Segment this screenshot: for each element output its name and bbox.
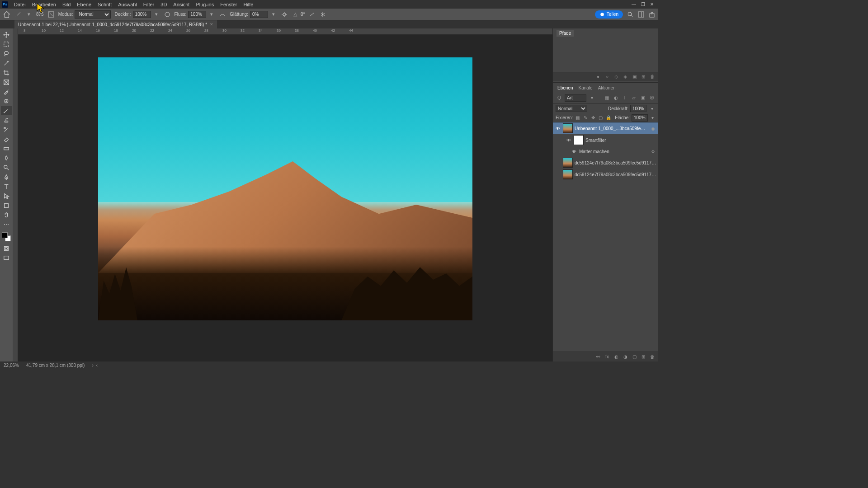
layer-filter-input[interactable] (565, 94, 586, 102)
layer-thumbnail[interactable] (563, 169, 573, 179)
screenmode-tool[interactable] (1, 253, 12, 263)
filter-name[interactable]: Matter machen (579, 149, 647, 154)
selection-path-icon[interactable]: ◇ (613, 74, 619, 80)
filter-type-icon[interactable]: T (621, 94, 628, 102)
document-dimensions[interactable]: 41,79 cm x 28,1 cm (300 ppi) (26, 363, 85, 368)
filter-dropdown-icon[interactable]: ▾ (588, 94, 595, 102)
visibility-icon[interactable]: 👁 (571, 148, 577, 155)
shape-tool[interactable] (1, 201, 12, 210)
hand-tool[interactable] (1, 211, 12, 220)
wand-tool[interactable] (1, 59, 12, 68)
visibility-icon[interactable]: 👁 (555, 125, 561, 131)
opacity-dropdown-icon[interactable]: ▾ (153, 11, 160, 18)
close-button[interactable]: ✕ (647, 1, 656, 8)
delete-path-icon[interactable]: 🗑 (649, 74, 656, 80)
status-chevron[interactable]: › (92, 363, 93, 368)
menu-schrift[interactable]: Schrift (94, 1, 115, 8)
menu-bild[interactable]: Bild (59, 1, 74, 8)
home-button[interactable] (3, 10, 11, 19)
layer-opacity-dropdown[interactable]: ▾ (648, 105, 656, 112)
canvas-viewport[interactable] (18, 35, 552, 361)
filter-shape-icon[interactable]: ▱ (630, 94, 637, 102)
maximize-button[interactable]: ❐ (638, 1, 647, 8)
delete-layer-icon[interactable]: 🗑 (649, 354, 656, 360)
adjustment-icon[interactable]: ◑ (622, 354, 628, 360)
filter-image-icon[interactable]: ▦ (603, 94, 610, 102)
lock-position-icon[interactable]: ✥ (590, 114, 596, 122)
type-tool[interactable] (1, 182, 12, 191)
foreground-color[interactable] (2, 232, 8, 238)
new-layer-icon[interactable]: ⊞ (640, 354, 646, 360)
pressure-opacity-icon[interactable] (164, 11, 171, 18)
filter-options-icon[interactable]: ⚙ (649, 148, 656, 155)
layer-name[interactable]: Unbenannt-1_0000_...3bca509fec5d9117 (575, 126, 647, 131)
fx-icon[interactable]: fx (604, 354, 610, 360)
layer-name[interactable]: dc59124e7f79a08c3bca509fec5d9117 Kopie 2 (575, 172, 656, 177)
eyedropper-tool[interactable] (1, 87, 12, 96)
layers-tab[interactable]: Ebenen (555, 84, 576, 92)
layer-opacity-input[interactable] (630, 105, 646, 112)
more-tools[interactable]: ⋯ (1, 220, 12, 229)
menu-auswahl[interactable]: Auswahl (115, 1, 140, 8)
artboard[interactable] (98, 57, 472, 320)
smoothing-dropdown-icon[interactable]: ▾ (270, 11, 277, 18)
menu-3d[interactable]: 3D (157, 1, 170, 8)
eraser-tool[interactable] (1, 135, 12, 144)
lasso-tool[interactable] (1, 49, 12, 58)
menu-filter[interactable]: Filter (140, 1, 157, 8)
mask-path-icon[interactable]: ◈ (622, 74, 628, 80)
flow-input[interactable] (188, 11, 206, 18)
menu-plugins[interactable]: Plug-ins (193, 1, 217, 8)
layer-thumbnail[interactable] (563, 123, 573, 133)
brush-tool-icon[interactable] (14, 11, 22, 18)
symmetry-icon[interactable] (319, 11, 326, 18)
quickmask-tool[interactable] (1, 244, 12, 253)
marquee-tool[interactable] (1, 40, 12, 49)
flow-dropdown-icon[interactable]: ▾ (208, 11, 215, 18)
color-swatches[interactable] (2, 232, 11, 241)
smartfilter-row[interactable]: 👁 Smartfilter (553, 134, 658, 146)
path-select-tool[interactable] (1, 192, 12, 201)
layer-thumbnail[interactable] (563, 158, 573, 168)
paths-tab[interactable]: Pfade (557, 30, 574, 37)
lock-transparency-icon[interactable]: ▦ (575, 114, 580, 122)
layer-blend-select[interactable]: Normal (556, 105, 587, 112)
visibility-icon[interactable]: 👁 (566, 137, 572, 143)
layer-row[interactable]: dc59124e7f79a08c3bca509fec5d9117 Kopie 3 (553, 157, 658, 169)
layer-row[interactable]: 👁 Unbenannt-1_0000_...3bca509fec5d9117 ◉ (553, 122, 658, 134)
group-icon[interactable]: ▢ (631, 354, 637, 360)
history-brush-tool[interactable] (1, 125, 12, 134)
actions-tab[interactable]: Aktionen (595, 84, 618, 92)
mask-icon[interactable]: ◐ (613, 354, 619, 360)
menu-fenster[interactable]: Fenster (217, 1, 240, 8)
gradient-tool[interactable] (1, 144, 12, 153)
share-button[interactable]: Teilen (595, 10, 623, 19)
blur-tool[interactable] (1, 154, 12, 163)
visibility-icon[interactable] (555, 171, 561, 178)
minimize-button[interactable]: — (629, 1, 638, 8)
export-icon[interactable] (648, 11, 656, 18)
stamp-tool[interactable] (1, 116, 12, 125)
airbrush-icon[interactable] (219, 11, 226, 18)
search-icon[interactable] (627, 11, 634, 18)
workspace-icon[interactable] (637, 11, 645, 18)
add-path-icon[interactable]: ⊞ (640, 74, 646, 80)
lock-all-icon[interactable]: 🔒 (605, 114, 611, 122)
layer-name[interactable]: dc59124e7f79a08c3bca509fec5d9117 Kopie 3 (575, 160, 656, 165)
filter-smart-icon[interactable]: ▣ (639, 94, 646, 102)
pen-tool[interactable] (1, 173, 12, 182)
smoothing-input[interactable] (250, 11, 268, 18)
link-layers-icon[interactable]: ⚯ (595, 354, 601, 360)
menu-ansicht[interactable]: Ansicht (170, 1, 193, 8)
pressure-size-icon[interactable] (308, 11, 316, 18)
filter-toggle-icon[interactable]: ⦿ (648, 94, 656, 102)
close-tab-icon[interactable]: ✕ (210, 22, 213, 27)
brush-panel-toggle[interactable] (47, 11, 55, 18)
document-tab[interactable]: Unbenannt-1 bei 22,1% (Unbenannt-1_0000_… (14, 20, 217, 28)
menu-ebene[interactable]: Ebene (74, 1, 94, 8)
brush-tool[interactable] (1, 106, 12, 115)
fill-input[interactable] (632, 114, 648, 122)
channels-tab[interactable]: Kanäle (576, 84, 595, 92)
fill-dropdown[interactable]: ▾ (650, 114, 656, 122)
new-path-icon[interactable]: ▣ (631, 74, 637, 80)
